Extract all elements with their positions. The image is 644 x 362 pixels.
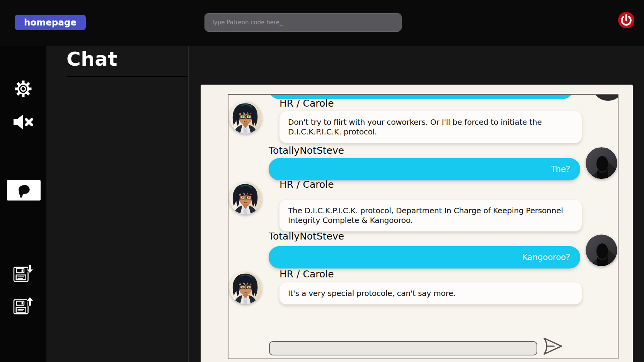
speaker-muted-icon: [13, 126, 34, 132]
send-message-button[interactable]: [542, 337, 564, 356]
message-scroll-area[interactable]: HR / Carole Don't try to flirt with your…: [228, 94, 618, 359]
power-icon: [618, 24, 635, 30]
patreon-code-input[interactable]: [204, 13, 402, 32]
floppy-load-icon: [12, 311, 35, 317]
homepage-button[interactable]: homepage: [15, 15, 86, 30]
message-bubble: It's a very special protocole, can't say…: [279, 282, 582, 304]
chat-tab-underline: [66, 76, 188, 77]
chat-app-window: HR / Carole Don't try to flirt with your…: [201, 85, 633, 362]
author-name: HR / Carole: [279, 98, 334, 109]
chat-tab-panel: [46, 46, 188, 362]
mute-sound-button[interactable]: [13, 113, 34, 131]
settings-button[interactable]: [14, 80, 32, 98]
send-icon: [542, 351, 564, 357]
gear-icon: [14, 93, 32, 99]
author-name: HR / Carole: [279, 269, 334, 280]
message-bubble: The?: [269, 158, 580, 180]
chat-message-input[interactable]: [269, 341, 537, 355]
carole-avatar: [229, 182, 262, 214]
floppy-save-icon: [12, 279, 35, 285]
author-name: HR / Carole: [279, 179, 334, 190]
carole-avatar: [229, 272, 262, 304]
steve-avatar: [586, 235, 617, 266]
load-game-button[interactable]: [12, 296, 35, 316]
patreon-logo-icon: [16, 182, 32, 199]
patreon-button[interactable]: [7, 180, 41, 201]
save-game-button[interactable]: [12, 263, 35, 284]
carole-avatar: [229, 101, 262, 134]
author-name: TotallyNotSteve: [269, 231, 344, 242]
message-bubble: The D.I.C.K.P.I.C.K. protocol, Departmen…: [279, 200, 582, 231]
panel-divider: [188, 46, 189, 362]
message-bubble: Don't try to flirt with your coworkers. …: [279, 111, 582, 143]
quit-power-button[interactable]: [618, 12, 635, 29]
author-name: TotallyNotSteve: [269, 145, 344, 156]
game-screen: homepage Chat: [0, 0, 644, 362]
steve-avatar: [586, 147, 617, 179]
tab-chat[interactable]: Chat: [66, 48, 118, 70]
partial-avatar: [592, 94, 618, 101]
message-bubble: Kangooroo?: [269, 246, 580, 269]
